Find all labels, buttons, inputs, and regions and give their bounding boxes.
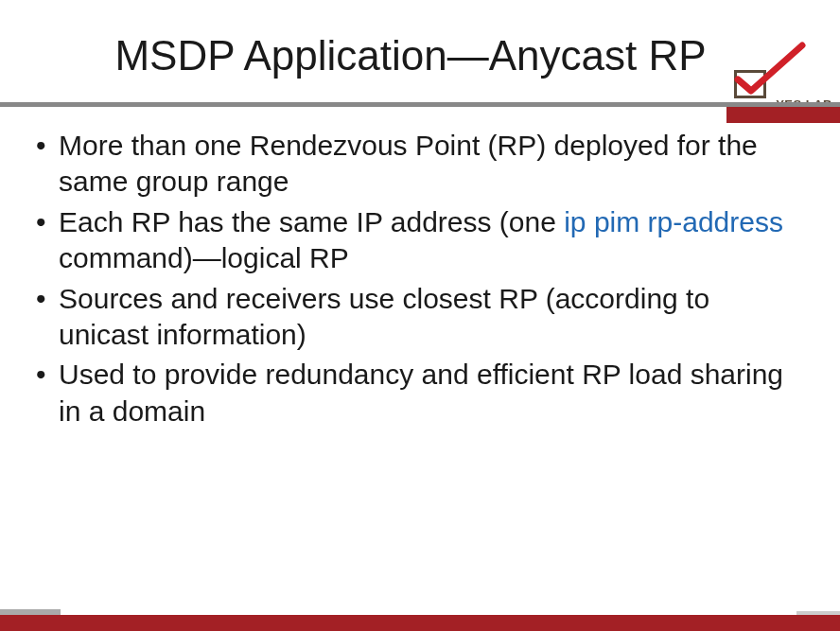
- code-text: ip pim rp-address: [564, 206, 783, 237]
- list-item: Sources and receivers use closest RP (ac…: [34, 281, 806, 354]
- yes-lab-logo: YES LAB: [717, 42, 831, 108]
- list-item: Each RP has the same IP address (one ip …: [34, 204, 806, 277]
- slide-content: More than one Rendezvous Point (RP) depl…: [0, 107, 840, 429]
- list-item: More than one Rendezvous Point (RP) depl…: [34, 128, 806, 201]
- bullet-list: More than one Rendezvous Point (RP) depl…: [34, 128, 806, 429]
- bullet-text: Used to provide redundancy and efficient…: [59, 359, 783, 426]
- footer-bar: [0, 615, 840, 631]
- divider: [0, 102, 840, 107]
- slide: MSDP Application—Anycast RP YES LAB More…: [0, 0, 840, 631]
- slide-title: MSDP Application—Anycast RP: [0, 32, 840, 79]
- checkmark-icon: [717, 42, 812, 100]
- bullet-text: More than one Rendezvous Point (RP) depl…: [59, 130, 758, 197]
- accent-bar: [726, 107, 840, 123]
- bullet-text: command)—logical RP: [59, 242, 349, 273]
- list-item: Used to provide redundancy and efficient…: [34, 357, 806, 429]
- bullet-text: Sources and receivers use closest RP (ac…: [59, 283, 709, 350]
- bullet-text: Each RP has the same IP address (one: [59, 206, 564, 237]
